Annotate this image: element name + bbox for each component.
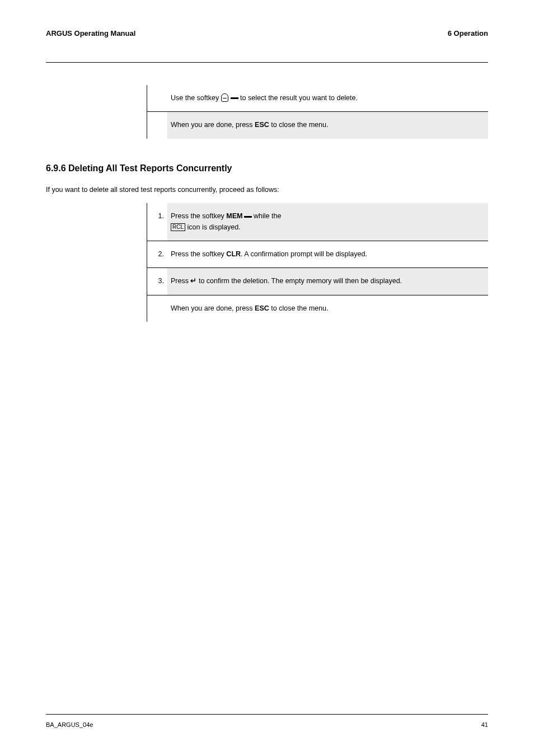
step-row: Use the softkey to select the result you… xyxy=(147,85,488,112)
step-text: . A confirmation prompt will be displaye… xyxy=(241,250,367,258)
dash-icon xyxy=(244,215,252,218)
header-left: ARGUS Operating Manual xyxy=(46,29,135,37)
step-text: When you are done, press ESC to close th… xyxy=(171,121,328,129)
step-number xyxy=(147,295,167,311)
step-row: 1. Press the softkey MEM while the RCL i… xyxy=(147,203,488,241)
rcl-icon: RCL xyxy=(171,223,185,231)
enter-key-icon: ↵ xyxy=(190,277,196,285)
step-text: icon is displayed. xyxy=(188,223,241,231)
step-text: Press xyxy=(171,277,190,285)
running-header: ARGUS Operating Manual 6 Operation xyxy=(46,29,488,37)
header-rule xyxy=(46,62,488,63)
step-row: When you are done, press ESC to close th… xyxy=(147,112,488,138)
footer-rule xyxy=(46,714,488,715)
step-text: When you are done, press ESC to close th… xyxy=(171,304,328,312)
step-body: Use the softkey to select the result you… xyxy=(167,85,488,111)
header-right: 6 Operation xyxy=(448,29,488,37)
step-number: 3. xyxy=(147,268,167,294)
step-text: to select the result you want to delete. xyxy=(240,94,358,102)
step-row: 2. Press the softkey CLR. A confirmation… xyxy=(147,241,488,268)
step-body: When you are done, press ESC to close th… xyxy=(167,112,488,138)
clr-key-label: CLR xyxy=(226,250,241,258)
step-row: When you are done, press ESC to close th… xyxy=(147,295,488,322)
section1-steps: Use the softkey to select the result you… xyxy=(147,85,488,139)
step-text: to confirm the deletion. The empty memor… xyxy=(196,277,402,285)
page: ARGUS Operating Manual 6 Operation Use t… xyxy=(0,0,534,756)
step-body: When you are done, press ESC to close th… xyxy=(167,295,488,322)
step-text: Press the softkey xyxy=(171,212,226,220)
section-heading: 6.9.6 Deleting All Test Reports Concurre… xyxy=(46,163,488,173)
running-footer: BA_ARGUS_04e 41 xyxy=(46,721,488,728)
section2-steps: 1. Press the softkey MEM while the RCL i… xyxy=(147,203,488,322)
step-body: Press the softkey CLR. A confirmation pr… xyxy=(167,241,488,267)
step-body: Press the softkey MEM while the RCL icon… xyxy=(167,203,488,241)
step-text: Use the softkey xyxy=(171,94,221,102)
intro-paragraph: If you want to delete all stored test re… xyxy=(46,185,488,195)
step-text: while the xyxy=(254,212,281,220)
page-number: 41 xyxy=(481,721,488,728)
step-text: Press the softkey xyxy=(171,250,226,258)
mem-key-label: MEM xyxy=(226,212,242,220)
step-number: 2. xyxy=(147,241,167,267)
step-number xyxy=(147,85,167,101)
footer-left: BA_ARGUS_04e xyxy=(46,721,93,728)
step-row: 3. Press ↵ to confirm the deletion. The … xyxy=(147,268,488,295)
content: Use the softkey to select the result you… xyxy=(46,85,488,322)
level-icon xyxy=(221,93,228,102)
step-body: Press ↵ to confirm the deletion. The emp… xyxy=(167,268,488,294)
step-number xyxy=(147,112,167,128)
step-number: 1. xyxy=(147,203,167,229)
dash-icon xyxy=(231,97,238,99)
